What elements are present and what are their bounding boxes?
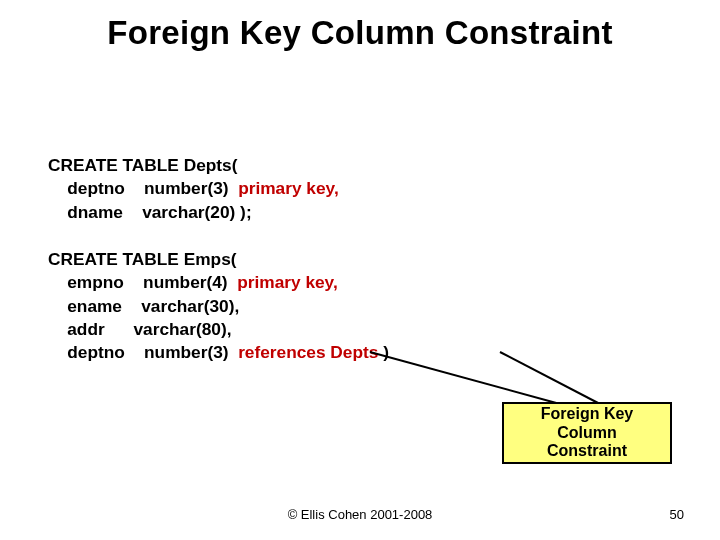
- slide-number: 50: [670, 507, 684, 522]
- footer-copyright: © Ellis Cohen 2001-2008: [0, 507, 720, 522]
- col-type: number(3): [144, 178, 229, 198]
- col-name: dname: [67, 202, 123, 222]
- col-name: empno: [67, 272, 124, 292]
- col-type: number(4): [143, 272, 228, 292]
- code-line: CREATE TABLE Depts(: [48, 155, 237, 175]
- constraint-text: primary key,: [237, 272, 338, 292]
- col-type: varchar(30),: [141, 296, 239, 316]
- code-emps: CREATE TABLE Emps( empno number(4) prima…: [48, 248, 389, 365]
- slide: { "title": "Foreign Key Column Constrain…: [0, 0, 720, 540]
- col-type: varchar(20) );: [142, 202, 252, 222]
- constraint-text-fk: references Depts: [238, 342, 378, 362]
- col-name: ename: [67, 296, 122, 316]
- slide-title: Foreign Key Column Constraint: [0, 14, 720, 52]
- col-type: varchar(80),: [133, 319, 231, 339]
- col-type: number(3): [144, 342, 229, 362]
- svg-line-1: [500, 352, 600, 404]
- code-text: ): [378, 342, 389, 362]
- col-name: deptno: [67, 342, 125, 362]
- callout-label: Foreign Key Column Constraint: [541, 405, 633, 462]
- code-depts: CREATE TABLE Depts( deptno number(3) pri…: [48, 154, 339, 224]
- col-name: addr: [67, 319, 104, 339]
- svg-line-0: [370, 352, 560, 404]
- col-name: deptno: [67, 178, 125, 198]
- code-line: CREATE TABLE Emps(: [48, 249, 237, 269]
- callout-box: Foreign Key Column Constraint: [502, 402, 672, 464]
- constraint-text: primary key,: [238, 178, 339, 198]
